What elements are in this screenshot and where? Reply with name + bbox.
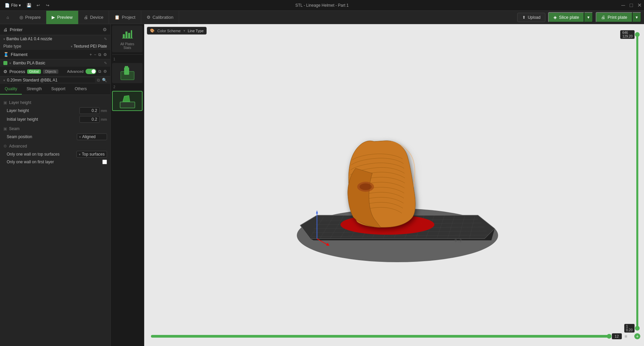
slider-plus-button[interactable]: + xyxy=(634,333,640,339)
layer-slider-top-thumb[interactable] xyxy=(635,32,640,37)
preset-select[interactable]: 0.20mm Standard @BBL A1 xyxy=(7,78,95,82)
process-copy-icon[interactable]: ⧉ xyxy=(98,69,101,74)
upload-icon: ⬆ xyxy=(522,15,526,20)
one-wall-top-select[interactable]: ▾ Top surfaces xyxy=(76,151,107,158)
progress-thumb[interactable] xyxy=(607,334,611,339)
printer-name-row: ▾ Bambu Lab A1 0.4 nozzle ✎ xyxy=(0,35,110,43)
tab-others[interactable]: Others xyxy=(70,84,92,95)
process-settings-icon[interactable]: ⚙ xyxy=(103,69,107,74)
tab-quality[interactable]: Quality xyxy=(0,84,22,95)
file-menu[interactable]: 📄 File ▾ xyxy=(3,2,23,8)
file-icon: 📄 xyxy=(5,3,10,8)
slice-dropdown-button[interactable]: ▾ xyxy=(584,12,593,22)
filament-add-icon[interactable]: + xyxy=(90,52,92,57)
svg-rect-8 xyxy=(120,102,135,108)
first-layer-checkbox[interactable] xyxy=(102,160,107,164)
undo-icon[interactable]: ↩ xyxy=(35,2,42,9)
tab-device[interactable]: 🖨 Device xyxy=(78,11,109,24)
layer-height-unit: mm xyxy=(101,109,107,113)
initial-layer-height-unit: mm xyxy=(101,117,107,121)
close-button[interactable]: ✕ xyxy=(637,3,641,7)
svg-rect-0 xyxy=(123,34,125,38)
svg-rect-7 xyxy=(125,66,128,69)
plate-1-thumb[interactable] xyxy=(112,63,143,83)
initial-layer-height-input[interactable] xyxy=(79,116,100,123)
print-dropdown-button[interactable]: ▾ xyxy=(633,12,641,22)
window-title: STL - Lineage Helmet - Part 1 xyxy=(296,3,349,8)
plate-2-thumb[interactable] xyxy=(112,91,143,111)
titlebar-left: 📄 File ▾ 💾 ↩ ↪ xyxy=(3,2,51,9)
slice-icon: ◈ xyxy=(553,15,557,20)
3d-model-svg: 0.2 xyxy=(277,101,512,269)
first-layer-row: Only one wall on first layer xyxy=(0,159,110,165)
filament-settings-icon[interactable]: ⚙ xyxy=(103,52,107,57)
seam-chevron-icon: ▾ xyxy=(79,135,81,139)
global-badge[interactable]: Global xyxy=(27,69,41,74)
maximize-button[interactable]: □ xyxy=(629,3,633,7)
print-button[interactable]: 🖨 Print plate xyxy=(596,12,633,22)
all-plates-stats-button[interactable]: All PlatesStats xyxy=(112,25,143,52)
minimize-button[interactable]: ─ xyxy=(621,3,625,7)
printer-settings-icon[interactable]: ⚙ xyxy=(103,27,107,32)
project-icon: 📋 xyxy=(114,15,120,20)
objects-badge[interactable]: Objects xyxy=(43,69,58,74)
layer-slider[interactable]: 646 129.20 1 0.20 + xyxy=(633,31,641,339)
first-layer-label: Only one wall on first layer xyxy=(7,160,100,164)
layer-height-group-header: ▣ Layer height xyxy=(0,99,110,106)
preset-copy-icon[interactable]: ⧉ xyxy=(97,78,100,82)
save-icon[interactable]: 💾 xyxy=(25,2,32,9)
process-right: Advanced ⧉ ⚙ xyxy=(67,69,107,74)
layer-slider-track[interactable] xyxy=(636,32,638,331)
filament-section-header: 🧵 Filament + − ⧉ ⚙ xyxy=(0,50,110,59)
layer-height-group-label: Layer height xyxy=(9,100,31,105)
layer-slider-bottom-thumb[interactable] xyxy=(635,326,640,331)
layer-height-row: Layer height mm xyxy=(0,106,110,115)
redo-icon[interactable]: ↪ xyxy=(44,2,51,9)
preset-search-icon[interactable]: 🔍 xyxy=(102,78,107,82)
process-icon: ⚙ xyxy=(3,69,7,74)
seam-position-select[interactable]: ▾ Aligned xyxy=(77,133,107,140)
prepare-label: Prepare xyxy=(25,15,41,20)
layer-height-label: Layer height xyxy=(7,108,29,113)
printer-edit-icon[interactable]: ✎ xyxy=(104,37,107,41)
seam-position-value: Aligned xyxy=(82,134,96,139)
device-icon: 🖨 xyxy=(84,15,88,20)
tab-prepare[interactable]: ◎ Prepare xyxy=(14,11,46,24)
project-label: Project xyxy=(122,15,135,20)
layer-height-group-icon: ▣ xyxy=(3,100,7,105)
print-label: Print plate xyxy=(607,15,627,20)
color-scheme-icon: 🎨 xyxy=(150,28,155,33)
filament-remove-icon[interactable]: − xyxy=(94,52,96,57)
advanced-label: Advanced xyxy=(67,69,84,73)
plate-type-label: Plate type xyxy=(3,44,21,49)
svg-rect-3 xyxy=(131,30,132,38)
layer-icon[interactable]: ≡ xyxy=(625,334,627,339)
filament-copy-icon[interactable]: ⧉ xyxy=(98,52,101,57)
plate-2-num: 2 xyxy=(112,84,143,90)
home-button[interactable]: ⌂ xyxy=(3,12,13,22)
stats-label: All PlatesStats xyxy=(120,42,135,50)
tab-preview[interactable]: ▶ Preview xyxy=(46,11,78,24)
slice-button[interactable]: ◈ Slice plate xyxy=(548,12,584,22)
window-controls: ─ □ ✕ xyxy=(621,3,641,7)
filament-edit-icon[interactable]: ✎ xyxy=(104,61,107,65)
tab-project[interactable]: 📋 Project xyxy=(109,11,141,24)
preset-chevron-icon: ▾ xyxy=(3,78,5,82)
device-label: Device xyxy=(90,15,104,20)
slider-bot-label: 1 0.20 xyxy=(624,324,635,333)
svg-marker-35 xyxy=(316,210,318,214)
navbar-right: ⬆ Upload ◈ Slice plate ▾ 🖨 Print plate ▾ xyxy=(517,12,641,22)
one-wall-chevron-icon: ▾ xyxy=(79,153,80,156)
printer-name: ▾ Bambu Lab A1 0.4 nozzle xyxy=(3,37,52,41)
advanced-toggle[interactable] xyxy=(86,69,96,74)
slice-label: Slice plate xyxy=(559,15,579,20)
tab-calibration[interactable]: ⚙ Calibration xyxy=(141,11,179,24)
tab-support[interactable]: Support xyxy=(47,84,70,95)
preview-label: Preview xyxy=(57,15,72,20)
upload-button[interactable]: ⬆ Upload xyxy=(517,13,545,22)
layer-height-input[interactable] xyxy=(79,107,100,114)
layer-progress-bar[interactable] xyxy=(151,335,609,338)
seam-group-header: ▣ Seam xyxy=(0,125,110,132)
tab-strength[interactable]: Strength xyxy=(22,84,46,95)
3d-view-area[interactable]: 🎨 Color Scheme ▾ Line Type xyxy=(144,24,644,346)
